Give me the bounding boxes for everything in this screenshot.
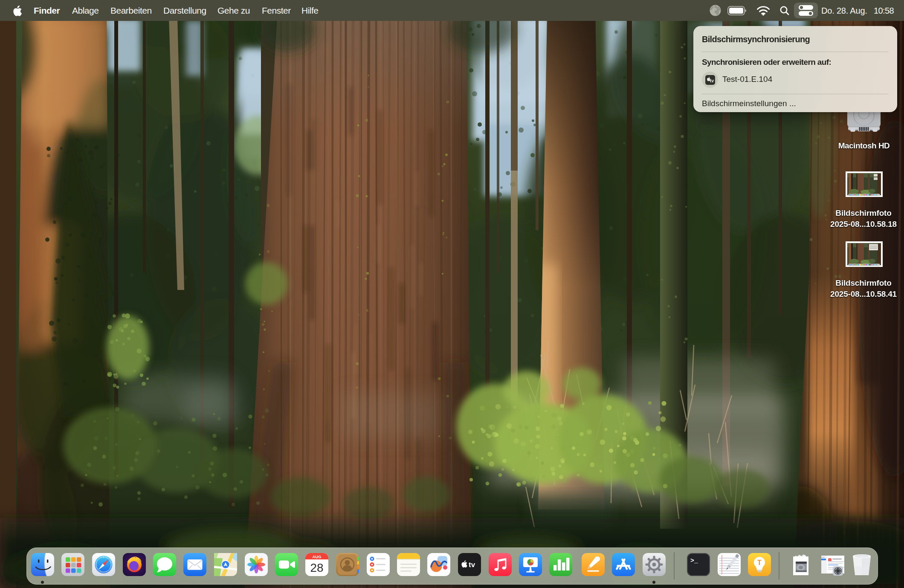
svg-text:T: T <box>757 559 762 566</box>
svg-text:AUG: AUG <box>312 554 321 559</box>
svg-text:>_: >_ <box>690 557 698 565</box>
svg-text:tv: tv <box>469 561 475 569</box>
svg-text:tv: tv <box>710 78 714 83</box>
svg-text:28: 28 <box>310 561 323 574</box>
